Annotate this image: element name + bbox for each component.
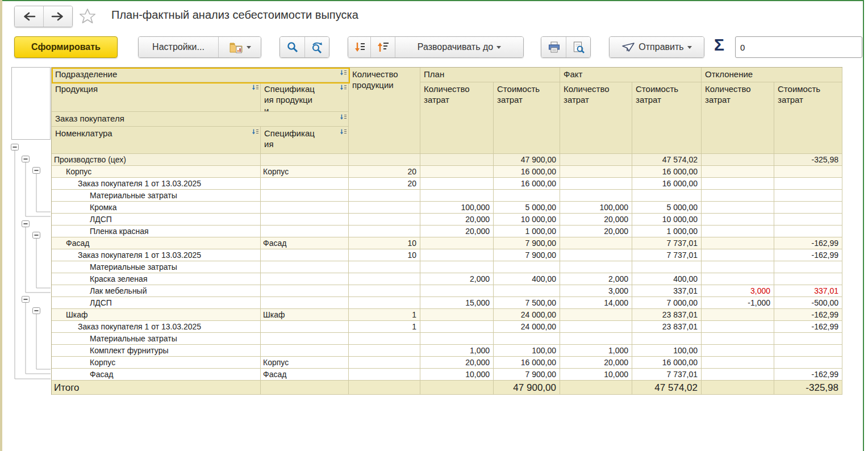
cell-dev-qty[interactable] (702, 214, 774, 226)
cell-fact-cost[interactable]: 47 574,02 (632, 381, 702, 395)
cell-dev-qty[interactable] (702, 261, 774, 273)
cell-dev-cost[interactable]: -162,99 (774, 321, 842, 333)
cell-dev-qty[interactable]: 3,000 (702, 285, 774, 297)
row-label[interactable]: Заказ покупателя 1 от 13.03.2025 (52, 321, 261, 333)
cell-plan-cost[interactable]: 16 000,00 (494, 357, 560, 369)
cell-qty-products[interactable]: 10 (349, 249, 420, 261)
cell-dev-qty[interactable] (702, 249, 774, 261)
header-fact-qty-costs[interactable]: Количество затрат (560, 82, 632, 154)
cell-fact-cost[interactable]: 16 000,00 (632, 166, 702, 178)
cell-fact-cost[interactable]: 100,00 (632, 345, 702, 357)
cell-dev-cost[interactable] (774, 261, 842, 273)
header-plan-qty-costs[interactable]: Количество затрат (420, 82, 494, 154)
cell-fact-qty[interactable] (560, 237, 632, 249)
row-spec[interactable] (261, 154, 349, 166)
cell-qty-products[interactable]: 1 (349, 321, 420, 333)
cell-fact-cost[interactable]: 16 000,00 (632, 178, 702, 190)
cell-fact-cost[interactable] (632, 261, 702, 273)
cell-dev-cost[interactable] (774, 226, 842, 237)
cell-fact-cost[interactable] (632, 190, 702, 202)
cell-dev-cost[interactable]: 337,01 (774, 285, 842, 297)
cell-qty-products[interactable]: 1 (349, 309, 420, 321)
cell-plan-qty[interactable] (420, 190, 494, 202)
row-label[interactable]: Фасад (52, 369, 261, 381)
cell-fact-qty[interactable] (560, 166, 632, 178)
cell-qty-products[interactable] (349, 357, 420, 369)
row-label[interactable]: Шкаф (52, 309, 261, 321)
expand-to-button[interactable]: Разворачивать до (395, 37, 523, 57)
cell-plan-cost[interactable]: 10 000,00 (494, 214, 560, 226)
cell-fact-qty[interactable]: 20,000 (560, 214, 632, 226)
row-spec[interactable] (261, 214, 349, 226)
cell-fact-qty[interactable] (560, 321, 632, 333)
favorite-star-icon[interactable] (78, 7, 97, 26)
row-spec[interactable]: Корпус (261, 166, 349, 178)
header-plan-cost-costs[interactable]: Стоимость затрат (494, 82, 560, 154)
cell-plan-qty[interactable] (420, 178, 494, 190)
cell-qty-products[interactable] (349, 154, 420, 166)
row-spec[interactable] (261, 333, 349, 345)
cell-dev-cost[interactable]: -325,98 (774, 381, 842, 395)
cell-plan-cost[interactable]: 24 000,00 (494, 309, 560, 321)
header-subdivision[interactable]: Подразделение (52, 68, 349, 82)
row-spec[interactable] (261, 345, 349, 357)
cell-plan-cost[interactable]: 7 900,00 (494, 237, 560, 249)
cell-plan-qty[interactable] (420, 261, 494, 273)
cell-plan-cost[interactable]: 400,00 (494, 273, 560, 285)
header-dev-qty-costs[interactable]: Количество затрат (702, 82, 774, 154)
row-spec[interactable] (261, 178, 349, 190)
cell-dev-qty[interactable] (702, 226, 774, 237)
cell-plan-cost[interactable] (494, 190, 560, 202)
row-label[interactable]: Фасад (52, 237, 261, 249)
row-label[interactable]: Материальные затраты (52, 333, 261, 345)
cell-qty-products[interactable] (349, 345, 420, 357)
cell-dev-qty[interactable] (702, 273, 774, 285)
row-spec[interactable] (261, 321, 349, 333)
cell-plan-cost[interactable]: 7 500,00 (494, 297, 560, 309)
cell-fact-cost[interactable]: 7 737,01 (632, 237, 702, 249)
cell-dev-qty[interactable] (702, 178, 774, 190)
row-spec[interactable] (261, 190, 349, 202)
cell-fact-cost[interactable]: 7 000,00 (632, 297, 702, 309)
row-spec[interactable]: Фасад (261, 369, 349, 381)
cell-qty-products[interactable] (349, 381, 420, 395)
header-product-spec[interactable]: Спецификация продукции (261, 82, 349, 112)
cell-dev-qty[interactable] (702, 237, 774, 249)
cell-plan-qty[interactable] (420, 154, 494, 166)
cell-dev-cost[interactable] (774, 190, 842, 202)
cell-qty-products[interactable] (349, 190, 420, 202)
print-button[interactable] (541, 37, 566, 57)
cell-qty-products[interactable]: 20 (349, 178, 420, 190)
cell-fact-cost[interactable] (632, 333, 702, 345)
cell-plan-qty[interactable]: 20,000 (420, 214, 494, 226)
find-button[interactable] (280, 37, 304, 57)
row-label[interactable]: ЛДСП (52, 214, 261, 226)
cell-qty-products[interactable] (349, 369, 420, 381)
settings-button[interactable]: Настройки... (139, 37, 218, 57)
row-spec[interactable] (261, 202, 349, 214)
cell-fact-cost[interactable]: 10 000,00 (632, 214, 702, 226)
cell-qty-products[interactable] (349, 297, 420, 309)
cell-dev-cost[interactable] (774, 178, 842, 190)
cell-plan-cost[interactable]: 47 900,00 (494, 381, 560, 395)
header-deviation[interactable]: Отклонение (702, 68, 842, 82)
cell-qty-products[interactable] (349, 214, 420, 226)
cell-dev-qty[interactable] (702, 202, 774, 214)
cell-fact-cost[interactable]: 23 837,01 (632, 309, 702, 321)
cell-plan-qty[interactable] (420, 333, 494, 345)
cell-plan-cost[interactable] (494, 285, 560, 297)
cell-fact-cost[interactable]: 5 000,00 (632, 202, 702, 214)
cell-plan-cost[interactable]: 1 000,00 (494, 226, 560, 237)
cell-fact-qty[interactable]: 1,000 (560, 345, 632, 357)
cell-fact-qty[interactable]: 10,000 (560, 369, 632, 381)
cell-fact-qty[interactable]: 20,000 (560, 357, 632, 369)
cell-dev-cost[interactable]: -500,00 (774, 297, 842, 309)
cell-plan-qty[interactable]: 20,000 (420, 357, 494, 369)
cell-qty-products[interactable] (349, 285, 420, 297)
row-label[interactable]: Заказ покупателя 1 от 13.03.2025 (52, 178, 261, 190)
report-variants-button[interactable] (218, 37, 261, 57)
cell-plan-cost[interactable]: 47 900,00 (494, 154, 560, 166)
cell-plan-qty[interactable] (420, 285, 494, 297)
row-spec[interactable]: Корпус (261, 357, 349, 369)
header-fact-cost-costs[interactable]: Стоимость затрат (632, 82, 702, 154)
